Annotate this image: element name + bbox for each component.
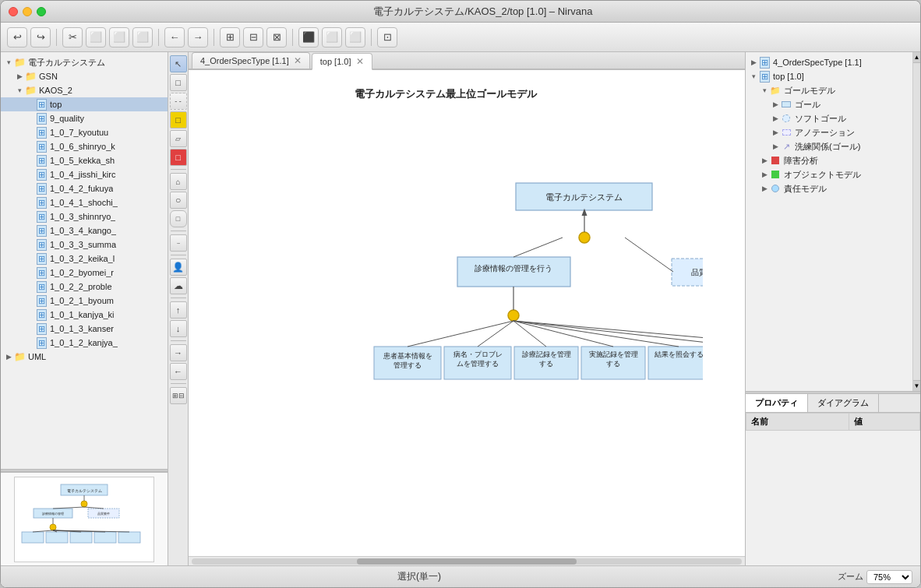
tree-toggle[interactable]: ▶ <box>760 184 769 193</box>
right-tree-item[interactable]: ▶障害分析 <box>746 153 912 167</box>
tree-toggle[interactable] <box>26 128 35 137</box>
cloud-tool[interactable]: ☁ <box>170 277 187 294</box>
horizontal-scrollbar[interactable] <box>189 556 745 565</box>
tree-toggle[interactable] <box>26 170 35 179</box>
left-tree-item[interactable]: ⊞1_0_3_2_keika_l <box>1 252 168 266</box>
left-tree-item[interactable]: ⊞1_0_4_1_shochi_ <box>1 195 168 209</box>
left-tree-item[interactable]: ⊞1_0_2_byomei_r <box>1 266 168 280</box>
right-tree-item[interactable]: ▶ゴール <box>746 97 912 111</box>
align-right-button[interactable]: ⊠ <box>266 27 287 48</box>
tree-toggle[interactable] <box>26 282 35 291</box>
paste-button[interactable]: ⬜ <box>109 27 129 48</box>
zoom-select[interactable]: 75% 50% 100% 150% <box>866 570 912 584</box>
left-tree-item[interactable]: ⊞1_0_3_shinnryo_ <box>1 209 168 224</box>
left-tree-item[interactable]: ⊞1_0_5_kekka_sh <box>1 153 168 167</box>
select-tool[interactable]: ↖ <box>170 55 187 72</box>
left-tree-item[interactable]: ⊞1_0_1_3_kanser <box>1 322 168 336</box>
right-arrow-tool[interactable]: → <box>170 344 187 361</box>
rounded-rect-tool[interactable]: □ <box>170 210 187 227</box>
tree-toggle[interactable]: ▶ <box>4 352 13 361</box>
tab-top-close[interactable]: ✕ <box>356 57 364 66</box>
minimize-button[interactable] <box>23 7 32 16</box>
forward-button[interactable]: → <box>188 27 208 48</box>
tree-toggle[interactable]: ▶ <box>760 170 769 179</box>
tree-toggle[interactable]: ▾ <box>749 72 758 81</box>
layout-button-3[interactable]: ⬜ <box>345 27 365 48</box>
cut-button[interactable]: ✂ <box>62 27 83 48</box>
tree-toggle[interactable] <box>26 310 35 319</box>
tree-toggle[interactable]: ▶ <box>771 142 780 151</box>
delete-button[interactable]: ⬜ <box>132 27 153 48</box>
tree-toggle[interactable] <box>26 296 35 305</box>
scroll-thumb[interactable] <box>357 558 577 565</box>
tab-diagram[interactable]: ダイアグラム <box>808 394 879 412</box>
back-button[interactable]: ← <box>164 27 185 48</box>
right-tree-item[interactable]: ▾⊞top [1.0] <box>746 69 912 83</box>
left-tree-item[interactable]: ⊞1_0_7_kyoutuu <box>1 125 168 139</box>
tree-toggle[interactable] <box>26 338 35 347</box>
left-tree-item[interactable]: ⊞1_0_3_4_kango_ <box>1 224 168 238</box>
tree-toggle[interactable] <box>26 212 35 221</box>
tree-toggle[interactable]: ▶ <box>749 58 758 67</box>
tree-toggle[interactable]: ▾ <box>760 86 769 95</box>
tree-toggle[interactable] <box>26 142 35 151</box>
tree-toggle[interactable] <box>26 254 35 263</box>
right-tree[interactable]: ▶⊞4_OrderSpecType [1.1]▾⊞top [1.0]▾📁ゴールモ… <box>746 52 912 391</box>
undo-button[interactable]: ↩ <box>7 27 27 48</box>
diagram-area[interactable]: 電子カルテシステム最上位ゴールモデル 電子カルテシステム 診療情報の管理を行う … <box>189 70 745 556</box>
left-tree-item[interactable]: ▾📁KAOS_2 <box>1 83 168 97</box>
left-tree-item[interactable]: ⊞1_0_3_3_summa <box>1 238 168 252</box>
copy-button[interactable]: ⬜ <box>86 27 106 48</box>
rect-tool[interactable]: □ <box>170 74 187 91</box>
left-tree-item[interactable]: ⊞1_0_2_1_byoum <box>1 294 168 308</box>
tree-toggle[interactable]: ▶ <box>771 114 780 123</box>
left-tree-item[interactable]: ⊞top <box>1 97 168 111</box>
right-tree-item[interactable]: ▶責任モデル <box>746 181 912 195</box>
left-tree-item[interactable]: ⊞1_0_2_2_proble <box>1 280 168 294</box>
dotted-tool[interactable]: ··· <box>170 234 187 252</box>
left-tree-item[interactable]: ▶📁UML <box>1 350 168 364</box>
tree-toggle[interactable] <box>26 184 35 193</box>
tree-toggle[interactable] <box>26 240 35 249</box>
tab-order-spec-close[interactable]: ✕ <box>294 56 302 65</box>
tree-toggle[interactable]: ▾ <box>4 58 13 67</box>
maximize-button[interactable] <box>37 7 46 16</box>
tree-toggle[interactable]: ▾ <box>15 86 24 95</box>
grid-tool[interactable]: ⊞⊟ <box>170 387 187 404</box>
down-arrow-tool[interactable]: ↓ <box>170 320 187 337</box>
tree-toggle[interactable] <box>26 268 35 277</box>
left-tree-item[interactable]: ⊞1_0_4_2_fukuya <box>1 181 168 195</box>
tab-order-spec[interactable]: 4_OrderSpecType [1.1] ✕ <box>192 52 310 69</box>
left-tree[interactable]: ▾📁電子カルテシステム▶📁GSN▾📁KAOS_2⊞top⊞9_quality⊞1… <box>1 52 168 469</box>
red-rect-tool[interactable]: □ <box>170 149 187 166</box>
tree-toggle[interactable]: ▶ <box>760 156 769 165</box>
yellow-rect-tool[interactable]: □ <box>170 111 187 129</box>
tree-toggle[interactable]: ▶ <box>771 128 780 137</box>
right-tree-item[interactable]: ▶ソフトゴール <box>746 111 912 125</box>
right-tree-item[interactable]: ▶アノテーション <box>746 125 912 139</box>
tree-toggle[interactable] <box>26 324 35 333</box>
right-tree-item[interactable]: ▶↗洗練関係(ゴール) <box>746 139 912 153</box>
tree-toggle[interactable] <box>26 100 35 109</box>
layout-button-1[interactable]: ⬛ <box>298 27 319 48</box>
circle-tool[interactable]: ○ <box>170 192 187 209</box>
left-tree-item[interactable]: ▾📁電子カルテシステム <box>1 55 168 69</box>
align-center-button[interactable]: ⊟ <box>243 27 263 48</box>
tree-toggle[interactable]: ▶ <box>771 100 780 109</box>
right-tree-item[interactable]: ▶オブジェクトモデル <box>746 167 912 181</box>
right-tree-item[interactable]: ▶⊞4_OrderSpecType [1.1] <box>746 55 912 69</box>
tab-top[interactable]: top [1.0] ✕ <box>312 53 372 70</box>
tree-toggle[interactable] <box>26 226 35 235</box>
tab-properties[interactable]: プロパティ <box>746 394 808 412</box>
right-tree-item[interactable]: ▾📁ゴールモデル <box>746 83 912 97</box>
person-tool[interactable]: 👤 <box>170 259 187 276</box>
right-panel-scrollbar[interactable]: ▲ ▼ <box>912 52 920 391</box>
left-tree-item[interactable]: ⊞1_0_1_2_kanjya_ <box>1 336 168 350</box>
layout-button-2[interactable]: ⬜ <box>322 27 342 48</box>
scroll-down-button[interactable]: ▼ <box>913 380 920 391</box>
tree-toggle[interactable] <box>26 114 35 123</box>
tree-toggle[interactable] <box>26 198 35 207</box>
close-button[interactable] <box>9 7 18 16</box>
tree-toggle[interactable] <box>26 156 35 165</box>
scroll-up-button[interactable]: ▲ <box>913 52 920 63</box>
